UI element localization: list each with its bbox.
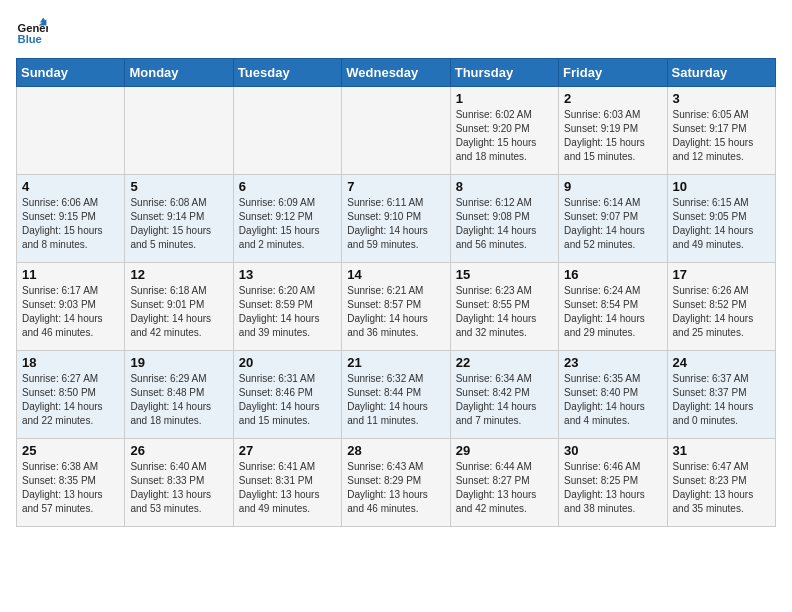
day-number: 2 [564,91,661,106]
day-number: 9 [564,179,661,194]
day-info: Sunrise: 6:02 AM Sunset: 9:20 PM Dayligh… [456,108,553,164]
calendar-cell: 4Sunrise: 6:06 AM Sunset: 9:15 PM Daylig… [17,175,125,263]
calendar-week-row: 11Sunrise: 6:17 AM Sunset: 9:03 PM Dayli… [17,263,776,351]
calendar-cell: 16Sunrise: 6:24 AM Sunset: 8:54 PM Dayli… [559,263,667,351]
day-number: 4 [22,179,119,194]
weekday-header: Sunday [17,59,125,87]
calendar-cell: 13Sunrise: 6:20 AM Sunset: 8:59 PM Dayli… [233,263,341,351]
day-info: Sunrise: 6:32 AM Sunset: 8:44 PM Dayligh… [347,372,444,428]
day-info: Sunrise: 6:06 AM Sunset: 9:15 PM Dayligh… [22,196,119,252]
weekday-header: Friday [559,59,667,87]
svg-text:Blue: Blue [18,33,42,45]
day-info: Sunrise: 6:14 AM Sunset: 9:07 PM Dayligh… [564,196,661,252]
day-number: 28 [347,443,444,458]
day-number: 24 [673,355,770,370]
day-info: Sunrise: 6:08 AM Sunset: 9:14 PM Dayligh… [130,196,227,252]
calendar-cell: 21Sunrise: 6:32 AM Sunset: 8:44 PM Dayli… [342,351,450,439]
day-number: 29 [456,443,553,458]
day-info: Sunrise: 6:21 AM Sunset: 8:57 PM Dayligh… [347,284,444,340]
calendar-cell: 22Sunrise: 6:34 AM Sunset: 8:42 PM Dayli… [450,351,558,439]
day-info: Sunrise: 6:24 AM Sunset: 8:54 PM Dayligh… [564,284,661,340]
day-number: 8 [456,179,553,194]
day-info: Sunrise: 6:40 AM Sunset: 8:33 PM Dayligh… [130,460,227,516]
calendar-cell: 25Sunrise: 6:38 AM Sunset: 8:35 PM Dayli… [17,439,125,527]
calendar-cell: 26Sunrise: 6:40 AM Sunset: 8:33 PM Dayli… [125,439,233,527]
calendar-cell: 15Sunrise: 6:23 AM Sunset: 8:55 PM Dayli… [450,263,558,351]
calendar-cell: 7Sunrise: 6:11 AM Sunset: 9:10 PM Daylig… [342,175,450,263]
day-number: 13 [239,267,336,282]
calendar-cell: 24Sunrise: 6:37 AM Sunset: 8:37 PM Dayli… [667,351,775,439]
day-number: 18 [22,355,119,370]
day-info: Sunrise: 6:37 AM Sunset: 8:37 PM Dayligh… [673,372,770,428]
day-info: Sunrise: 6:41 AM Sunset: 8:31 PM Dayligh… [239,460,336,516]
day-info: Sunrise: 6:11 AM Sunset: 9:10 PM Dayligh… [347,196,444,252]
day-number: 17 [673,267,770,282]
weekday-header: Wednesday [342,59,450,87]
day-number: 30 [564,443,661,458]
calendar-cell: 18Sunrise: 6:27 AM Sunset: 8:50 PM Dayli… [17,351,125,439]
calendar-cell [342,87,450,175]
weekday-header-row: SundayMondayTuesdayWednesdayThursdayFrid… [17,59,776,87]
calendar-cell: 2Sunrise: 6:03 AM Sunset: 9:19 PM Daylig… [559,87,667,175]
day-number: 19 [130,355,227,370]
weekday-header: Monday [125,59,233,87]
day-number: 26 [130,443,227,458]
day-info: Sunrise: 6:17 AM Sunset: 9:03 PM Dayligh… [22,284,119,340]
day-info: Sunrise: 6:47 AM Sunset: 8:23 PM Dayligh… [673,460,770,516]
calendar-cell: 8Sunrise: 6:12 AM Sunset: 9:08 PM Daylig… [450,175,558,263]
calendar-cell: 1Sunrise: 6:02 AM Sunset: 9:20 PM Daylig… [450,87,558,175]
calendar-cell [17,87,125,175]
day-number: 15 [456,267,553,282]
day-number: 3 [673,91,770,106]
day-info: Sunrise: 6:03 AM Sunset: 9:19 PM Dayligh… [564,108,661,164]
day-number: 1 [456,91,553,106]
day-info: Sunrise: 6:23 AM Sunset: 8:55 PM Dayligh… [456,284,553,340]
day-info: Sunrise: 6:38 AM Sunset: 8:35 PM Dayligh… [22,460,119,516]
calendar-cell: 30Sunrise: 6:46 AM Sunset: 8:25 PM Dayli… [559,439,667,527]
day-number: 6 [239,179,336,194]
day-number: 25 [22,443,119,458]
calendar-cell: 29Sunrise: 6:44 AM Sunset: 8:27 PM Dayli… [450,439,558,527]
calendar-week-row: 1Sunrise: 6:02 AM Sunset: 9:20 PM Daylig… [17,87,776,175]
logo-icon: General Blue [16,16,48,48]
logo: General Blue [16,16,48,48]
calendar-cell: 10Sunrise: 6:15 AM Sunset: 9:05 PM Dayli… [667,175,775,263]
calendar-cell: 6Sunrise: 6:09 AM Sunset: 9:12 PM Daylig… [233,175,341,263]
calendar-cell: 17Sunrise: 6:26 AM Sunset: 8:52 PM Dayli… [667,263,775,351]
day-number: 21 [347,355,444,370]
calendar-cell [233,87,341,175]
day-number: 5 [130,179,227,194]
day-number: 10 [673,179,770,194]
calendar-cell: 28Sunrise: 6:43 AM Sunset: 8:29 PM Dayli… [342,439,450,527]
page-header: General Blue [16,16,776,48]
day-number: 31 [673,443,770,458]
day-number: 12 [130,267,227,282]
day-info: Sunrise: 6:12 AM Sunset: 9:08 PM Dayligh… [456,196,553,252]
day-number: 11 [22,267,119,282]
calendar-cell [125,87,233,175]
calendar-cell: 20Sunrise: 6:31 AM Sunset: 8:46 PM Dayli… [233,351,341,439]
day-number: 22 [456,355,553,370]
day-number: 14 [347,267,444,282]
day-info: Sunrise: 6:35 AM Sunset: 8:40 PM Dayligh… [564,372,661,428]
calendar-cell: 9Sunrise: 6:14 AM Sunset: 9:07 PM Daylig… [559,175,667,263]
weekday-header: Tuesday [233,59,341,87]
day-info: Sunrise: 6:09 AM Sunset: 9:12 PM Dayligh… [239,196,336,252]
calendar-cell: 23Sunrise: 6:35 AM Sunset: 8:40 PM Dayli… [559,351,667,439]
calendar-cell: 11Sunrise: 6:17 AM Sunset: 9:03 PM Dayli… [17,263,125,351]
calendar-week-row: 25Sunrise: 6:38 AM Sunset: 8:35 PM Dayli… [17,439,776,527]
day-number: 7 [347,179,444,194]
day-info: Sunrise: 6:27 AM Sunset: 8:50 PM Dayligh… [22,372,119,428]
day-info: Sunrise: 6:34 AM Sunset: 8:42 PM Dayligh… [456,372,553,428]
weekday-header: Saturday [667,59,775,87]
calendar-cell: 27Sunrise: 6:41 AM Sunset: 8:31 PM Dayli… [233,439,341,527]
calendar-cell: 14Sunrise: 6:21 AM Sunset: 8:57 PM Dayli… [342,263,450,351]
calendar-cell: 12Sunrise: 6:18 AM Sunset: 9:01 PM Dayli… [125,263,233,351]
day-info: Sunrise: 6:43 AM Sunset: 8:29 PM Dayligh… [347,460,444,516]
calendar-table: SundayMondayTuesdayWednesdayThursdayFrid… [16,58,776,527]
calendar-cell: 3Sunrise: 6:05 AM Sunset: 9:17 PM Daylig… [667,87,775,175]
calendar-week-row: 18Sunrise: 6:27 AM Sunset: 8:50 PM Dayli… [17,351,776,439]
calendar-cell: 31Sunrise: 6:47 AM Sunset: 8:23 PM Dayli… [667,439,775,527]
day-info: Sunrise: 6:26 AM Sunset: 8:52 PM Dayligh… [673,284,770,340]
day-number: 23 [564,355,661,370]
